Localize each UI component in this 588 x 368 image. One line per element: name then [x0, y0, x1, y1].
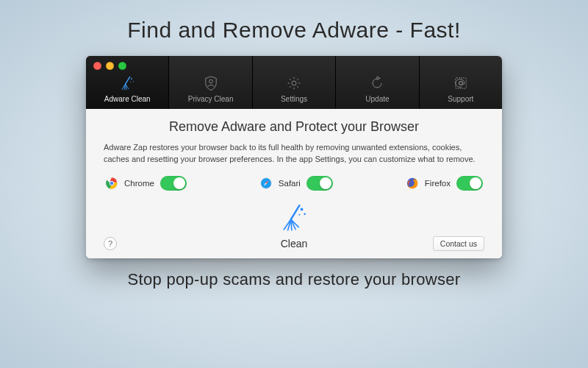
refresh-icon: [368, 74, 386, 92]
app-window: Adware Clean Privacy Clean Settings: [86, 56, 502, 258]
tab-privacy-clean[interactable]: Privacy Clean: [169, 56, 252, 109]
window-toolbar: Adware Clean Privacy Clean Settings: [86, 56, 502, 109]
svg-point-2: [130, 82, 131, 82]
svg-point-9: [110, 181, 113, 185]
tab-update[interactable]: Update: [336, 56, 419, 109]
svg-point-3: [209, 79, 212, 83]
browser-item-firefox: Firefox: [406, 176, 483, 191]
svg-point-16: [298, 214, 300, 216]
tab-support[interactable]: Support: [420, 56, 502, 109]
browser-item-chrome: Chrome: [105, 176, 187, 191]
svg-point-0: [131, 78, 132, 79]
broom-icon: [118, 74, 136, 92]
zoom-window-button[interactable]: [118, 62, 126, 70]
clean-label: Clean: [281, 238, 308, 250]
stamp-at-icon: [452, 74, 470, 92]
minimize-window-button[interactable]: [106, 62, 114, 70]
toggle-chrome[interactable]: [160, 176, 187, 191]
svg-point-4: [292, 81, 296, 85]
safari-icon: [259, 177, 273, 190]
traffic-lights: [93, 62, 126, 70]
panel-title: Remove Adware and Protect your Browser: [104, 119, 484, 135]
browser-label: Firefox: [425, 179, 451, 188]
tab-label: Adware Clean: [104, 95, 151, 103]
svg-point-15: [304, 213, 306, 215]
tab-label: Privacy Clean: [188, 95, 234, 103]
chrome-icon: [105, 177, 118, 190]
tab-bar: Adware Clean Privacy Clean Settings: [86, 56, 502, 109]
toggle-safari[interactable]: [306, 176, 333, 191]
browser-toggle-row: Chrome Safari: [104, 176, 484, 191]
tab-settings[interactable]: Settings: [253, 56, 336, 109]
browser-label: Chrome: [124, 179, 154, 188]
tab-label: Settings: [281, 95, 307, 103]
browser-item-safari: Safari: [259, 176, 333, 191]
svg-point-14: [301, 208, 304, 210]
firefox-icon: [406, 177, 419, 190]
broom-icon: [279, 202, 309, 233]
svg-point-1: [133, 81, 134, 82]
marketing-footline: Stop pop-up scams and restore your brows…: [128, 270, 461, 289]
contact-us-button[interactable]: Contact us: [433, 236, 484, 251]
panel-description: Adware Zap restores your browser back to…: [104, 142, 484, 166]
toggle-firefox[interactable]: [456, 176, 483, 191]
browser-label: Safari: [279, 179, 301, 188]
close-window-button[interactable]: [93, 62, 101, 70]
help-button[interactable]: ?: [104, 237, 117, 250]
tab-label: Support: [448, 95, 473, 103]
shield-user-icon: [202, 74, 220, 92]
gear-icon: [285, 74, 303, 92]
tab-label: Update: [365, 95, 389, 103]
panel-adware-clean: Remove Adware and Protect your Browser A…: [86, 109, 502, 258]
marketing-headline: Find and Remove Adware - Fast!: [127, 18, 461, 43]
